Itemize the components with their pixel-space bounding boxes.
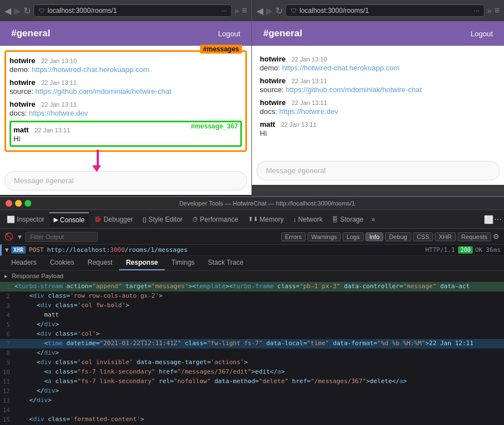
address-bar-left[interactable]: 🛡 localhost:3000/rooms/1 ··· bbox=[34, 4, 232, 17]
payload-header[interactable]: ▸ Response Payload bbox=[0, 271, 504, 282]
code-line-11: 11 <a class="fs-7 link-secondary" rel="n… bbox=[0, 377, 504, 386]
filter-info[interactable]: Info bbox=[365, 232, 383, 241]
logout-btn-left[interactable]: Logout bbox=[218, 30, 240, 38]
traffic-light-green[interactable] bbox=[25, 200, 31, 207]
forward-button-right[interactable]: ▶ bbox=[266, 6, 273, 16]
tab-performance[interactable]: ⏱ Performance bbox=[188, 213, 243, 226]
xhr-method: POST bbox=[29, 246, 44, 254]
tab-inspector[interactable]: ⬜ Inspector bbox=[2, 213, 49, 226]
code-line-14: 14 bbox=[0, 405, 504, 415]
tab-debugger[interactable]: 🐞 Debugger bbox=[89, 213, 137, 226]
page-content-right: #general Logout hotwire 22 Jan 13:10 dem… bbox=[252, 21, 504, 185]
filter-output-input[interactable] bbox=[25, 232, 98, 242]
shield-icon-left: 🛡 bbox=[39, 7, 45, 14]
reload-button-right[interactable]: ↻ bbox=[275, 6, 283, 16]
code-line-2: 2 <div class='row row-cols-auto gx-2'> bbox=[0, 292, 504, 301]
shield-icon-right: 🛡 bbox=[291, 7, 297, 14]
back-button-left[interactable]: ◀ bbox=[4, 6, 11, 16]
more-icon-left: ··· bbox=[221, 7, 227, 15]
filter-warnings[interactable]: Warnings bbox=[307, 232, 341, 241]
chat-header-right: #general Logout bbox=[252, 21, 504, 46]
filter-logs[interactable]: Logs bbox=[343, 232, 364, 241]
messages-highlight-label: #messages bbox=[200, 45, 242, 54]
code-line-13: 13 </div> bbox=[0, 396, 504, 405]
browser-window-right: ◀ ▶ ↻ 🛡 localhost:3000/rooms/1 ··· » ≡ #… bbox=[252, 0, 504, 196]
message-group-1: hotwire 22 Jan 13:10 demo: https://hotwi… bbox=[9, 55, 242, 74]
tab-cookies[interactable]: Cookies bbox=[43, 256, 80, 270]
back-button-right[interactable]: ◀ bbox=[256, 6, 263, 16]
messages-container-right: hotwire 22 Jan 13:10 demo: https://hotwi… bbox=[256, 50, 500, 144]
browser-toolbar-right: ◀ ▶ ↻ 🛡 localhost:3000/rooms/1 ··· » ≡ bbox=[252, 0, 504, 21]
console-icon: ▶ bbox=[54, 216, 58, 223]
tab-style-editor[interactable]: {} Style Editor bbox=[138, 213, 187, 226]
address-bar-right[interactable]: 🛡 localhost:3000/rooms/1 ··· bbox=[286, 4, 484, 17]
chat-input-right[interactable]: Message #general bbox=[256, 161, 500, 180]
tab-network[interactable]: ↕ Network bbox=[289, 213, 327, 226]
message-group-2: hotwire 22 Jan 13:11 source: https://git… bbox=[9, 77, 242, 95]
tab-memory[interactable]: ⬆⬇ Memory bbox=[244, 213, 288, 226]
traffic-light-red[interactable] bbox=[6, 200, 12, 207]
storage-icon: 🗄 bbox=[332, 216, 338, 223]
filter-css[interactable]: CSS bbox=[413, 232, 434, 241]
ext-button-right[interactable]: » bbox=[487, 6, 492, 15]
tab-request[interactable]: Request bbox=[81, 256, 120, 270]
reload-button-left[interactable]: ↻ bbox=[23, 6, 31, 16]
message-text-4: Hi bbox=[13, 135, 238, 143]
devtools-menu-button[interactable]: ⋯ bbox=[494, 215, 502, 224]
url-right: localhost:3000/rooms/1 bbox=[299, 7, 471, 15]
menu-button-right[interactable]: ≡ bbox=[495, 6, 500, 16]
tab-headers[interactable]: Headers bbox=[4, 256, 43, 270]
more-tabs-button[interactable]: » bbox=[368, 213, 378, 226]
channel-title-right: #general bbox=[263, 28, 302, 39]
tab-stack-trace[interactable]: Stack Trace bbox=[201, 256, 250, 270]
tab-response[interactable]: Response bbox=[119, 256, 164, 270]
logout-btn-right[interactable]: Logout bbox=[470, 30, 493, 38]
link-1[interactable]: https://hotwired-chat.herokuapp.com bbox=[32, 65, 149, 74]
tab-timings[interactable]: Timings bbox=[165, 256, 202, 270]
code-line-6: 6 <div class='col'> bbox=[0, 330, 504, 339]
settings-button[interactable]: ⚙ bbox=[493, 232, 500, 241]
style-editor-icon: {} bbox=[142, 216, 146, 223]
xhr-status-code: 200 bbox=[458, 246, 473, 254]
link-2[interactable]: https://github.com/mdominiak/hotwire-cha… bbox=[35, 87, 172, 95]
code-line-10: 10 <a class="fs-7 link-secondary" href="… bbox=[0, 367, 504, 377]
xhr-protocol: HTTP/1.1 bbox=[425, 246, 455, 254]
payload-header-text: Response Payload bbox=[12, 273, 63, 279]
time-4: 22 Jan 13:11 bbox=[35, 127, 70, 133]
code-line-7: 7 <time datetime="2021-01-22T12:11:41Z" … bbox=[0, 339, 504, 348]
memory-icon: ⬆⬇ bbox=[248, 216, 258, 223]
sender-2: hotwire bbox=[9, 78, 35, 87]
code-line-15: 15 <div class='formatted-content'> bbox=[0, 415, 504, 424]
menu-button-left[interactable]: ≡ bbox=[242, 6, 247, 16]
tab-console[interactable]: ▶ Console bbox=[49, 212, 89, 227]
sender-3: hotwire bbox=[9, 100, 35, 108]
page-content-left: #general Logout #messages hotwire 22 Jan… bbox=[0, 21, 251, 195]
messages-container-left: #messages hotwire 22 Jan 13:10 demo: htt… bbox=[4, 50, 247, 152]
forward-button-left[interactable]: ▶ bbox=[14, 6, 21, 16]
filter-debug[interactable]: Debug bbox=[385, 232, 411, 241]
r-message-group-4: matt 22 Jan 13:11 Hi bbox=[260, 119, 496, 137]
debugger-icon: 🐞 bbox=[94, 216, 102, 223]
r-message-group-3: hotwire 22 Jan 13:11 docs: https://hotwi… bbox=[260, 97, 496, 116]
filter-icon: ▼ bbox=[17, 233, 23, 240]
time-2: 22 Jan 13:11 bbox=[41, 79, 77, 86]
traffic-light-yellow[interactable] bbox=[15, 200, 22, 207]
xhr-request-row[interactable]: ▼ XHR POST http://localhost:3000/rooms/1… bbox=[0, 245, 504, 256]
network-icon: ↕ bbox=[293, 216, 297, 223]
browser-window-left: ◀ ▶ ↻ 🛡 localhost:3000/rooms/1 ··· » ≡ #… bbox=[0, 0, 252, 196]
time-1: 22 Jan 13:10 bbox=[41, 58, 77, 64]
ext-button-left[interactable]: » bbox=[235, 6, 239, 15]
link-3[interactable]: https://hotwire.dev bbox=[29, 109, 88, 117]
filter-requests[interactable]: Requests bbox=[458, 232, 491, 241]
chat-input-left[interactable]: Message #general bbox=[4, 171, 247, 190]
message-367-label: #message_367 bbox=[191, 122, 238, 130]
tab-storage[interactable]: 🗄 Storage bbox=[327, 213, 368, 226]
filter-output-container: ▼ bbox=[17, 232, 98, 242]
clear-console-button[interactable]: 🚫 bbox=[4, 232, 13, 241]
detach-button[interactable]: ⬜ bbox=[484, 215, 493, 224]
devtools-tabs: ⬜ Inspector ▶ Console 🐞 Debugger {} Styl… bbox=[0, 210, 504, 229]
filter-xhr[interactable]: XHR bbox=[435, 232, 455, 241]
filter-errors[interactable]: Errors bbox=[281, 232, 306, 241]
payload-toggle-icon: ▸ bbox=[4, 273, 8, 279]
code-view: 1 <turbo-stream action="append" target="… bbox=[0, 282, 504, 425]
